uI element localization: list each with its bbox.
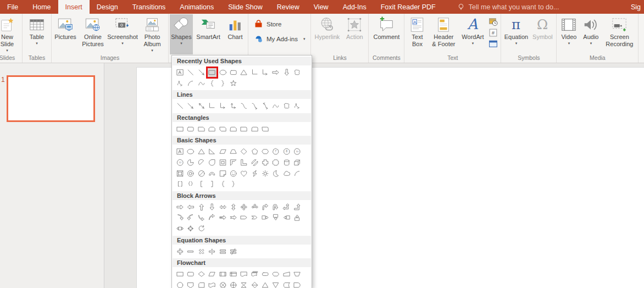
shapes-button[interactable]: Shapes▾ xyxy=(170,14,193,54)
shape-arrow-curved-right[interactable] xyxy=(175,212,185,223)
shape-scribble[interactable] xyxy=(175,78,185,89)
shape-delay[interactable] xyxy=(292,280,302,288)
shape-callout-down-arrow[interactable] xyxy=(271,212,281,223)
shape-text-box[interactable] xyxy=(175,146,185,157)
shape-smiley-face[interactable] xyxy=(228,168,238,179)
shape-circular-arrow[interactable] xyxy=(196,223,207,234)
tab-view[interactable]: View xyxy=(307,0,336,14)
shape-math-minus[interactable] xyxy=(185,246,196,257)
shape-lightning-bolt[interactable] xyxy=(249,168,260,179)
shape-decision[interactable] xyxy=(196,269,207,280)
shape-curved-double-arrow-connector[interactable] xyxy=(260,101,270,112)
shape-sun[interactable] xyxy=(260,168,270,179)
shape-regular-pentagon[interactable] xyxy=(249,146,260,157)
shape-arrow-bent-up[interactable] xyxy=(292,202,302,213)
shape-callout-right-arrow[interactable] xyxy=(260,212,270,223)
shape-extract[interactable] xyxy=(260,280,270,288)
smartart-button[interactable]: SmartArt xyxy=(193,14,224,54)
shape-half-frame[interactable] xyxy=(228,157,238,168)
shape-callout-quad-arrow[interactable] xyxy=(185,223,196,234)
shape-terminator[interactable] xyxy=(260,269,270,280)
sign-in[interactable]: Sig xyxy=(631,0,644,14)
shape-math-equal[interactable] xyxy=(218,246,228,257)
shape-predefined-process[interactable] xyxy=(218,269,228,280)
insert-slide-number-button[interactable]: # xyxy=(488,28,498,37)
shape-double-arrow[interactable] xyxy=(196,101,207,112)
shape-round-same-side-corner-rectangle[interactable] xyxy=(249,124,260,135)
screenshot-button[interactable]: Screenshot▾ xyxy=(108,14,137,54)
shape-right-bracket[interactable] xyxy=(207,179,217,190)
shape-elbow-double-arrow-connector[interactable] xyxy=(228,101,238,112)
shape-arrow[interactable] xyxy=(196,67,207,78)
shape-double-bracket[interactable] xyxy=(175,179,185,190)
shape-folded-corner[interactable] xyxy=(218,168,228,179)
shape-freeform-shape[interactable] xyxy=(281,101,292,112)
tab-insert[interactable]: Insert xyxy=(58,0,90,14)
shape-hexagon[interactable] xyxy=(260,146,270,157)
shape-diamond[interactable] xyxy=(238,146,249,157)
shape-donut[interactable] xyxy=(185,168,196,179)
header-footer-button[interactable]: Header & Footer xyxy=(429,14,458,54)
shape-star-5-point[interactable] xyxy=(228,78,238,89)
shape-sort[interactable] xyxy=(249,280,260,288)
shape-no-symbol[interactable] xyxy=(196,168,207,179)
shape-rectangle[interactable] xyxy=(175,124,185,135)
shape-decagon[interactable]: 10 xyxy=(292,146,302,157)
shape-diagonal-stripe[interactable] xyxy=(249,157,260,168)
shape-plaque[interactable] xyxy=(271,157,281,168)
shape-manual-input[interactable] xyxy=(281,269,292,280)
shape-math-multiply[interactable] xyxy=(196,246,207,257)
tab-foxit-reader-pdf[interactable]: Foxit Reader PDF xyxy=(374,0,443,14)
shape-dodecagon[interactable]: 12 xyxy=(175,157,185,168)
shape-block-arc[interactable] xyxy=(207,168,217,179)
comment-button[interactable]: Comment xyxy=(370,14,403,54)
shape-bevel[interactable] xyxy=(175,168,185,179)
shape-callout-left-arrow[interactable] xyxy=(281,212,292,223)
shape-line[interactable] xyxy=(175,101,185,112)
shape-arrow-down[interactable] xyxy=(207,202,217,213)
shape-arrow-bent[interactable] xyxy=(260,202,270,213)
slide-thumbnail-1[interactable] xyxy=(7,75,95,122)
shape-moon[interactable] xyxy=(271,168,281,179)
shape-elbow-arrow-connector[interactable] xyxy=(218,101,228,112)
shape-snip-same-side-corner-rectangle[interactable] xyxy=(207,124,217,135)
shape-elbow-connector[interactable] xyxy=(207,101,217,112)
shape-alternate-process[interactable] xyxy=(185,269,196,280)
shape-arrow-up-down[interactable] xyxy=(228,202,238,213)
shape-process[interactable] xyxy=(175,269,185,280)
wordart-button[interactable]: AWordArt▾ xyxy=(458,14,487,54)
screen-recording-button[interactable]: Screen Recording xyxy=(602,14,637,54)
store-button[interactable]: Store xyxy=(249,16,309,31)
shape-punched-tape[interactable] xyxy=(207,280,217,288)
shape-rectangle[interactable] xyxy=(207,67,217,78)
shape-arrow-up[interactable] xyxy=(196,202,207,213)
shape-arrow-left-right-up[interactable] xyxy=(249,202,260,213)
shape-isosceles-triangle[interactable] xyxy=(196,146,207,157)
shape-off-page-connector[interactable] xyxy=(185,280,196,288)
tab-slide-show[interactable]: Slide Show xyxy=(221,0,270,14)
shape-isosceles-triangle[interactable] xyxy=(238,67,249,78)
online-pictures-button[interactable]: Online Pictures xyxy=(78,14,108,54)
shape-oval[interactable] xyxy=(218,67,228,78)
shape-rounded-rectangle[interactable] xyxy=(228,67,238,78)
shape-callout-up-arrow[interactable] xyxy=(292,212,302,223)
new-slide-button[interactable]: New Slide▾ xyxy=(0,14,21,54)
shape-oval[interactable] xyxy=(185,146,196,157)
audio-button[interactable]: Audio▾ xyxy=(580,14,602,54)
shape-teardrop[interactable] xyxy=(207,157,217,168)
shape-heptagon[interactable]: 7 xyxy=(271,146,281,157)
shape-left-bracket[interactable] xyxy=(196,179,207,190)
text-box-btn-button[interactable]: AText Box xyxy=(406,14,429,54)
shape-left-brace[interactable] xyxy=(207,78,217,89)
shape-arrow-right[interactable] xyxy=(271,67,281,78)
shape-math-plus[interactable] xyxy=(175,246,185,257)
shape-text-box[interactable] xyxy=(175,67,185,78)
shape-line[interactable] xyxy=(185,67,196,78)
shape-snip-and-round-single-corner-rectangle[interactable] xyxy=(228,124,238,135)
shape-l-shape[interactable] xyxy=(238,157,249,168)
shape-curved-arrow-connector[interactable] xyxy=(249,101,260,112)
shape-curved-connector[interactable] xyxy=(238,101,249,112)
shape-heart[interactable] xyxy=(238,168,249,179)
tab-review[interactable]: Review xyxy=(270,0,307,14)
shape-left-brace[interactable] xyxy=(218,179,228,190)
